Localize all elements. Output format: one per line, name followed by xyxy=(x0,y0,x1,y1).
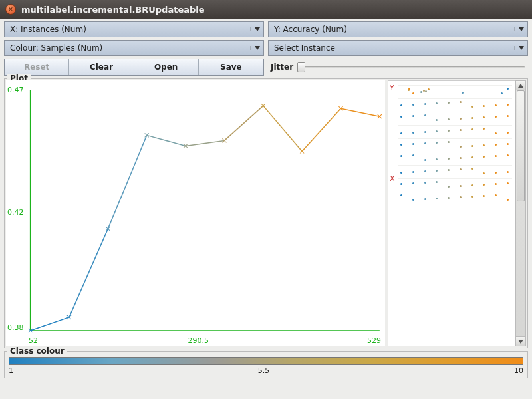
colour-dropdown[interactable]: Colour: Samples (Num) xyxy=(4,40,264,56)
x-axis-dropdown[interactable]: X: Instances (Num) xyxy=(4,21,264,37)
colour-gradient-bar xyxy=(9,357,523,365)
gradient-labels: 1 5.5 10 xyxy=(6,366,526,375)
clear-button[interactable]: Clear xyxy=(69,59,134,75)
svg-line-9 xyxy=(302,108,340,151)
select-instance-label: Select Instance xyxy=(269,43,514,53)
class-colour-label: Class colour xyxy=(7,346,67,356)
plot-section: Plot 0.47 0.42 0.38 52 290.5 529 Y X xyxy=(4,78,528,348)
chevron-down-icon xyxy=(250,46,263,50)
chevron-down-icon xyxy=(514,27,527,31)
open-button[interactable]: Open xyxy=(134,59,199,75)
y-axis-label: Y: Accuracy (Num) xyxy=(269,25,514,34)
scroll-up-icon[interactable] xyxy=(516,81,525,90)
scroll-thumb[interactable] xyxy=(517,90,525,201)
jitter-control: Jitter xyxy=(268,59,528,76)
x-axis-label: X: Instances (Num) xyxy=(5,25,250,34)
jitter-slider[interactable] xyxy=(297,64,525,70)
strip-y-label: Y xyxy=(390,84,394,92)
attribute-panel: Y X xyxy=(388,80,526,346)
class-colour-section: Class colour 1 5.5 10 xyxy=(4,351,528,378)
jitter-label: Jitter xyxy=(271,63,293,72)
close-icon[interactable]: ✕ xyxy=(5,4,16,15)
window-titlebar: ✕ multilabel.incremental.BRUpdateable xyxy=(0,0,532,19)
strip-x-label: X xyxy=(390,174,395,183)
reset-button[interactable]: Reset xyxy=(5,59,69,75)
gradient-min: 1 xyxy=(9,366,13,375)
save-button[interactable]: Save xyxy=(199,59,263,75)
gradient-max: 10 xyxy=(514,366,523,375)
slider-track xyxy=(297,66,525,68)
plot-canvas[interactable]: 0.47 0.42 0.38 52 290.5 529 xyxy=(6,80,385,346)
svg-line-10 xyxy=(341,108,380,116)
svg-line-2 xyxy=(31,317,69,331)
svg-line-8 xyxy=(263,106,302,151)
chevron-down-icon xyxy=(250,27,263,31)
scroll-down-icon[interactable] xyxy=(516,336,525,346)
select-instance-dropdown[interactable]: Select Instance xyxy=(268,40,528,56)
slider-thumb[interactable] xyxy=(297,62,305,72)
svg-line-7 xyxy=(224,106,263,140)
svg-line-3 xyxy=(69,229,108,317)
y-axis-dropdown[interactable]: Y: Accuracy (Num) xyxy=(268,21,528,37)
window-title: multilabel.incremental.BRUpdateable xyxy=(21,5,205,15)
svg-line-4 xyxy=(108,135,146,229)
svg-line-6 xyxy=(186,140,224,146)
scroll-track[interactable] xyxy=(516,90,525,336)
toolbar: Reset Clear Open Save xyxy=(4,59,264,76)
colour-label: Colour: Samples (Num) xyxy=(5,43,250,53)
chevron-down-icon xyxy=(514,46,527,50)
svg-line-5 xyxy=(147,135,186,146)
attribute-strip[interactable]: Y X xyxy=(388,80,515,346)
attribute-scrollbar[interactable] xyxy=(515,80,526,346)
gradient-mid: 5.5 xyxy=(258,366,270,375)
